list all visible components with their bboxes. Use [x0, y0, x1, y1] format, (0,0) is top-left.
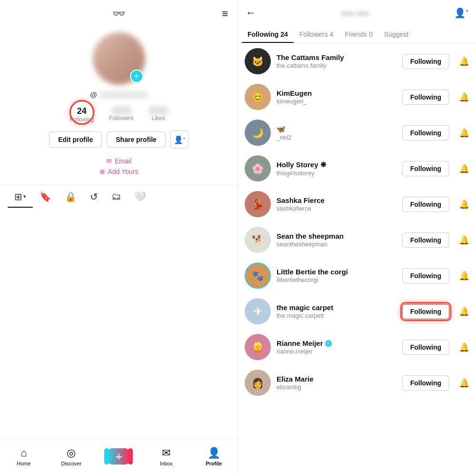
following-avatar[interactable]: 👱 — [245, 334, 271, 360]
nav-inbox[interactable]: ✉ Inbox — [152, 447, 180, 466]
add-user-icon: 👤+ — [174, 135, 186, 144]
action-buttons: Edit profile Share profile 👤+ — [49, 131, 188, 149]
locked-icon: 🔒 — [65, 191, 77, 202]
bell-icon[interactable]: 🔔 — [459, 271, 469, 281]
following-avatar[interactable]: 🐕 — [245, 227, 271, 253]
bell-icon[interactable]: 🔔 — [459, 56, 469, 67]
email-link[interactable]: ✉ Email — [106, 157, 131, 165]
bell-icon[interactable]: 🔔 — [459, 306, 469, 317]
discover-label: Discover — [61, 461, 81, 466]
nav-home[interactable]: ⌂ Home — [10, 447, 38, 466]
add-avatar-button[interactable]: + — [130, 70, 143, 83]
list-item: 💃Sashka FiercesashkafierceFollowing🔔 — [238, 186, 476, 222]
following-button[interactable]: Following — [402, 340, 449, 355]
tab-locked[interactable]: 🔒 — [58, 185, 83, 208]
following-avatar[interactable]: 🐾 — [245, 262, 271, 289]
stat-likes[interactable]: Likes — [149, 106, 168, 121]
tab-suggest[interactable]: Suggest — [378, 26, 414, 43]
edit-profile-button[interactable]: Edit profile — [49, 131, 102, 148]
following-avatar[interactable]: 💃 — [245, 191, 271, 217]
back-button[interactable]: ← — [246, 7, 256, 19]
following-info: Sean the sheepmanseanthesheepman — [277, 232, 397, 248]
following-label: Following — [69, 116, 94, 123]
bell-icon[interactable]: 🔔 — [459, 163, 469, 174]
inbox-label: Inbox — [160, 461, 173, 466]
following-button[interactable]: Following — [402, 90, 449, 105]
tab-followers[interactable]: Followers 4 — [294, 26, 339, 43]
right-header: ← ●●● ●●● 👤+ — [238, 0, 476, 26]
add-yours-link[interactable]: ⊕ Add Yours — [99, 168, 139, 175]
following-avatar[interactable]: 😊 — [245, 84, 271, 110]
following-info: 🦋_nkl2 — [277, 125, 397, 141]
menu-icon[interactable]: ≡ — [222, 8, 228, 20]
add-user-button[interactable]: 👤+ — [170, 131, 188, 149]
tab-following[interactable]: Following 24 — [242, 26, 294, 43]
tab-repost[interactable]: ↺ — [83, 185, 105, 208]
create-button[interactable]: + — [107, 448, 130, 464]
following-info: Eliza Marieelizambg — [277, 375, 397, 391]
at-sign: @ — [90, 91, 97, 99]
add-yours-icon: ⊕ — [99, 168, 105, 175]
dropdown-icon: ▾ — [23, 193, 26, 200]
tab-saved[interactable]: 🔖 — [33, 185, 58, 208]
following-info: the magic carpetthe.magic.carpett — [277, 303, 397, 319]
following-button[interactable]: Following — [402, 161, 449, 176]
following-handle: elizambg — [277, 383, 397, 391]
following-name: KimEugen — [277, 89, 397, 97]
followers-count — [112, 106, 131, 115]
following-button[interactable]: Following — [402, 54, 449, 69]
share-profile-button[interactable]: Share profile — [107, 131, 166, 148]
stat-following[interactable]: 24 Following — [69, 106, 94, 123]
following-list: 🐱The Cattams Familythe.cattams.familyFol… — [238, 43, 476, 474]
likes-label: Likes — [152, 115, 165, 121]
following-handle: the.magic.carpett — [277, 312, 397, 319]
following-info: The Cattams Familythe.cattams.family — [277, 53, 397, 69]
tagged-icon: 🗂 — [111, 191, 121, 202]
following-avatar[interactable]: ✈ — [245, 298, 271, 324]
inbox-icon: ✉ — [162, 447, 170, 459]
following-button[interactable]: Following — [402, 125, 449, 141]
left-header: 👓 ≡ — [0, 0, 238, 28]
following-button[interactable]: Following — [402, 304, 449, 319]
following-button[interactable]: Following — [402, 375, 449, 391]
bell-icon[interactable]: 🔔 — [459, 199, 469, 210]
bell-icon[interactable]: 🔔 — [459, 342, 469, 353]
liked-icon: 🤍 — [134, 191, 146, 202]
following-count: 24 — [77, 106, 87, 116]
list-item: 🌙🦋_nkl2Following🔔 — [238, 115, 476, 151]
following-avatar[interactable]: 👩 — [245, 370, 271, 396]
following-avatar[interactable]: 🌙 — [245, 120, 271, 146]
nav-create[interactable]: + — [104, 448, 133, 464]
stat-followers[interactable]: Followers — [109, 106, 133, 121]
right-panel: ← ●●● ●●● 👤+ Following 24 Followers 4 Fr… — [238, 0, 476, 474]
bell-icon[interactable]: 🔔 — [459, 235, 469, 245]
following-handle: sashkafierce — [277, 205, 397, 212]
nav-profile[interactable]: 👤 Profile — [199, 447, 228, 466]
glasses-icon: 👓 — [112, 8, 125, 20]
add-yours-label: Add Yours — [108, 168, 139, 175]
add-friend-icon[interactable]: 👤+ — [454, 7, 468, 19]
following-button[interactable]: Following — [402, 197, 449, 212]
bell-icon[interactable]: 🔔 — [459, 128, 469, 138]
tab-tagged[interactable]: 🗂 — [105, 185, 128, 208]
following-name: Holly Storey ❋ — [277, 161, 397, 169]
following-info: Sashka Fiercesashkafierce — [277, 196, 397, 212]
left-panel: 👓 ≡ + @ 24 Following Followers Likes Edi… — [0, 0, 238, 474]
right-header-username: ●●● ●●● — [262, 9, 448, 17]
following-avatar[interactable]: 🌸 — [245, 155, 271, 182]
following-button[interactable]: Following — [402, 268, 449, 283]
following-name: Little Bertie the corgi — [277, 268, 397, 276]
following-handle: the.cattams.family — [277, 62, 397, 69]
tab-videos[interactable]: ⊞ ▾ — [8, 185, 33, 208]
following-avatar[interactable]: 🐱 — [245, 48, 271, 74]
nav-discover[interactable]: ◎ Discover — [57, 447, 86, 466]
bell-icon[interactable]: 🔔 — [459, 92, 469, 102]
following-button[interactable]: Following — [402, 232, 449, 248]
tab-friends[interactable]: Friends 0 — [339, 26, 378, 43]
list-item: 🐕Sean the sheepmanseanthesheepmanFollowi… — [238, 222, 476, 258]
tab-liked[interactable]: 🤍 — [128, 185, 153, 208]
following-info: KimEugenkimeugen_ — [277, 89, 397, 105]
following-name: Eliza Marie — [277, 375, 397, 383]
likes-count — [149, 106, 168, 115]
bell-icon[interactable]: 🔔 — [459, 378, 469, 388]
